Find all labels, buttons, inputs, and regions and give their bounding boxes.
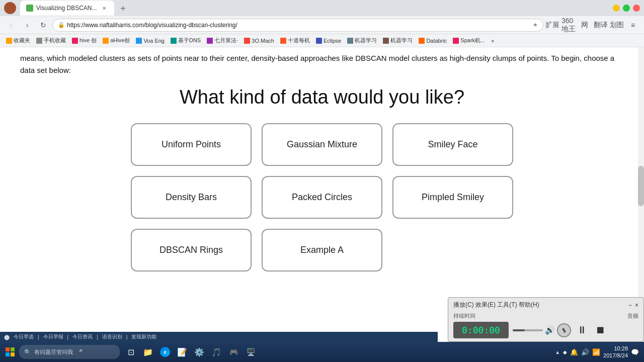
network-btn[interactable]: 网 xyxy=(578,18,592,32)
translate-btn[interactable]: 翻译 xyxy=(594,18,608,32)
bookmark-ml2[interactable]: 机器学习 xyxy=(381,36,415,46)
dataset-smiley-face[interactable]: Smiley Face xyxy=(392,123,513,166)
taskbar-apps: ⊡ 📁 e 📝 ⚙️ 🎵 🎮 🖥️ xyxy=(123,344,259,360)
volume-track[interactable] xyxy=(513,329,543,331)
new-tab-button[interactable]: + xyxy=(116,2,130,16)
taskbar-search-bar[interactable]: 🔍 有问题尽管问我 🎤 xyxy=(19,345,120,359)
window-close[interactable] xyxy=(633,5,640,12)
bookmark-july[interactable]: 七月算法· xyxy=(205,36,240,46)
bookmark-shidao[interactable]: 十道每机 xyxy=(278,36,312,46)
taskbar-app-terminal[interactable]: 🖥️ xyxy=(243,344,259,360)
status-zb: 今日早报 xyxy=(43,333,63,340)
avatar xyxy=(4,2,16,14)
taskbar-clock: 10:28 2017/8/24 xyxy=(603,345,628,359)
bookmark-hive2[interactable]: aHive创 xyxy=(101,36,132,46)
bookmark-ml1-label: 机器学习 xyxy=(355,37,377,44)
active-tab[interactable]: Visualizing DBSCAN... ✕ xyxy=(20,1,114,16)
bookmark-databric[interactable]: Databric xyxy=(417,36,449,46)
360-button[interactable]: 360地王 xyxy=(561,18,576,32)
status-jrz: 今日早选 xyxy=(14,333,34,340)
dataset-dbscan-rings[interactable]: DBSCAN Rings xyxy=(131,229,252,272)
bookmark-eclipse[interactable]: Eclipse xyxy=(314,36,343,46)
scrollbar-thumb[interactable] xyxy=(638,166,644,206)
refresh-button[interactable]: ↻ xyxy=(36,18,50,32)
volume-knob[interactable] xyxy=(557,323,571,337)
mic-icon: 🎤 xyxy=(76,349,83,355)
bookmark-spark[interactable]: Spark机... xyxy=(451,36,487,46)
media-pause-button[interactable]: ⏸ xyxy=(575,323,589,337)
bookmark-more[interactable]: » xyxy=(489,36,496,46)
dataset-uniform-points[interactable]: Uniform Points xyxy=(131,123,252,166)
status-divider1: | xyxy=(38,334,39,340)
bookmark-phone[interactable]: 手机收藏 xyxy=(34,36,68,46)
taskbar-app-game[interactable]: 🎮 xyxy=(225,344,242,360)
media-minimize-btn[interactable]: − xyxy=(628,302,632,309)
dataset-gaussian-mixture[interactable]: Gaussian Mixture xyxy=(262,123,382,166)
clock-date: 2017/8/24 xyxy=(603,352,628,359)
bookmark-phone-label: 手机收藏 xyxy=(44,37,66,44)
taskbar-app-tasksview[interactable]: ⊡ xyxy=(123,344,139,360)
search-icon: 🔍 xyxy=(24,349,31,355)
bookmark-hive[interactable]: hive 创 xyxy=(70,36,99,46)
dataset-grid: Uniform Points Gaussian Mixture Smiley F… xyxy=(131,123,513,272)
bookmark-databric-label: Databric xyxy=(426,38,447,44)
hive-icon xyxy=(72,38,78,44)
search-placeholder-text: 有问题尽管问我 xyxy=(34,348,73,356)
taskbar-app-notepad[interactable]: 📝 xyxy=(174,344,190,360)
window-maximize[interactable] xyxy=(623,5,630,12)
bookmarks-bar: 收藏夹 手机收藏 hive 创 aHive创 Voa Eng 基于DNS 七月算… xyxy=(0,34,644,47)
july-icon xyxy=(207,38,213,44)
bookmarks-folder[interactable]: 收藏夹 xyxy=(4,36,32,46)
nav-bar: ‹ › ↻ 🔒 https://www.naftaliharris.com/bl… xyxy=(0,16,644,34)
status-divider2: | xyxy=(67,334,69,340)
ad-block-btn[interactable]: 划图 xyxy=(610,18,624,32)
media-player: 播放(C) 效果(E) 工具(T) 帮助(H) − × 持续时间 音频 0:00… xyxy=(448,297,644,342)
shidao-icon xyxy=(280,38,286,44)
taskbar-app-music[interactable]: 🎵 xyxy=(208,344,224,360)
ml1-icon xyxy=(347,38,353,44)
more-btn[interactable]: ≡ xyxy=(626,18,640,32)
bookmark-mach[interactable]: 3O.Mach xyxy=(242,36,276,46)
media-player-title-bar: 播放(C) 效果(E) 工具(T) 帮助(H) − × xyxy=(453,301,638,309)
bookmark-july-label: 七月算法· xyxy=(214,37,238,44)
bookmark-voa[interactable]: Voa Eng xyxy=(134,36,167,46)
forward-button[interactable]: › xyxy=(20,18,34,32)
media-stop-button[interactable]: ⏹ xyxy=(593,323,607,337)
tab-close-button[interactable]: ✕ xyxy=(100,4,108,12)
taskbar-app-edge[interactable]: e xyxy=(157,344,173,360)
voa-icon xyxy=(136,38,142,44)
status-fx: 发现新功能 xyxy=(131,333,156,340)
address-bar[interactable]: 🔒 https://www.naftaliharris.com/blog/vis… xyxy=(52,19,543,32)
taskbar-right: ▲ ◆ 🔔 🔊 📶 10:28 2017/8/24 🗨️ xyxy=(555,345,642,359)
bookmark-label: 收藏夹 xyxy=(14,37,30,44)
taskbar-network[interactable]: 📶 xyxy=(592,348,600,356)
dataset-density-bars[interactable]: Density Bars xyxy=(131,176,252,219)
clock-time: 10:28 xyxy=(603,345,628,352)
page-question: What kind of data would you like? xyxy=(20,86,624,108)
mach-icon xyxy=(244,38,250,44)
svg-rect-1 xyxy=(11,347,15,351)
media-close-btn[interactable]: × xyxy=(635,302,638,309)
bookmark-ml1[interactable]: 机器学习 xyxy=(345,36,379,46)
window-minimize[interactable] xyxy=(613,5,620,12)
taskbar-app-settings[interactable]: ⚙️ xyxy=(191,344,207,360)
bookmark-dns[interactable]: 基于DNS xyxy=(169,36,203,46)
bookmark-more-label: » xyxy=(491,38,494,44)
bookmark-mach-label: 3O.Mach xyxy=(252,38,274,44)
back-button[interactable]: ‹ xyxy=(4,18,18,32)
bookmark-shidao-label: 十道每机 xyxy=(288,37,310,44)
taskbar-notify-up[interactable]: ▲ xyxy=(555,349,560,355)
taskbar-volume[interactable]: 🔊 xyxy=(581,348,589,356)
dataset-packed-circles[interactable]: Packed Circles xyxy=(262,176,382,219)
extensions-button[interactable]: 扩展 xyxy=(545,18,559,32)
dataset-pimpled-smiley[interactable]: Pimpled Smiley xyxy=(392,176,513,219)
taskbar-notify-bell[interactable]: 🔔 xyxy=(570,348,578,356)
volume-fill xyxy=(513,329,525,331)
start-button[interactable] xyxy=(2,344,18,360)
taskbar-notification-center[interactable]: 🗨️ xyxy=(631,348,639,356)
taskbar: 🔍 有问题尽管问我 🎤 ⊡ 📁 e 📝 ⚙️ 🎵 🎮 🖥️ ▲ ◆ 🔔 🔊 📶 … xyxy=(0,342,644,362)
taskbar-app-folder[interactable]: 📁 xyxy=(140,344,156,360)
tab-title: Visualizing DBSCAN... xyxy=(36,5,97,12)
svg-rect-0 xyxy=(6,347,10,351)
dataset-example-a[interactable]: Example A xyxy=(262,229,382,272)
